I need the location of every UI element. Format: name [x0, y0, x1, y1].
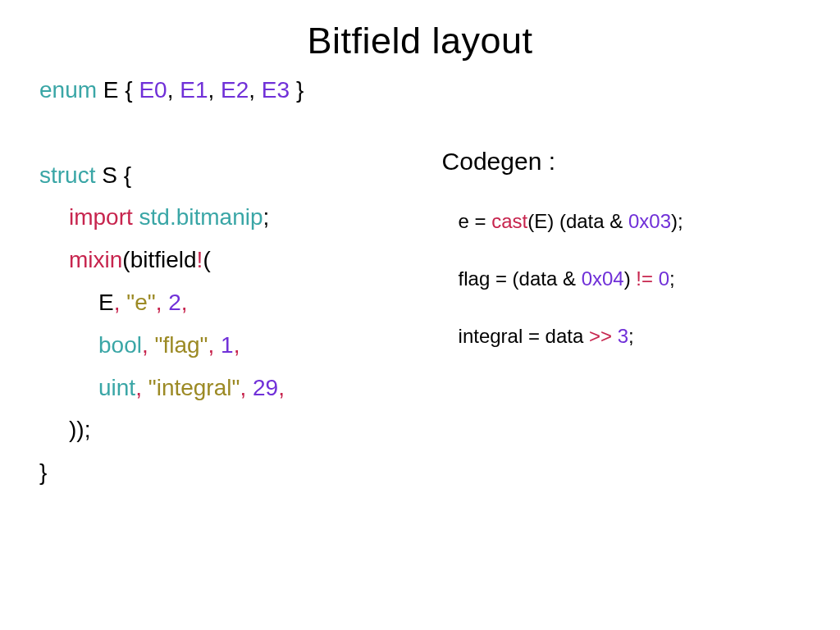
enum-member: E2: [221, 77, 249, 103]
code-left: enum E { E0, E1, E2, E3 } struct S { imp…: [39, 69, 436, 494]
module-name: std.bitmanip: [133, 204, 263, 230]
paren-open: (: [203, 247, 210, 272]
code-line-close-call: ));: [39, 409, 436, 451]
field-name-string: "flag": [148, 332, 208, 358]
brace-close: }: [39, 459, 47, 485]
codegen-code: e = cast(E) (data & 0x03); flag = (data …: [442, 207, 801, 351]
hex-literal: 0x03: [628, 210, 671, 232]
slide-content: enum E { E0, E1, E2, E3 } struct S { imp…: [0, 62, 840, 494]
hex-literal: 0x04: [582, 267, 624, 290]
expr: ): [624, 267, 637, 290]
field-type: uint: [98, 375, 135, 400]
semicolon: ;: [263, 204, 270, 230]
keyword-enum: enum: [39, 77, 97, 103]
operator-shift: >>: [589, 325, 612, 347]
slide-title: Bitfield layout: [0, 0, 840, 62]
operator-ne: !=: [636, 267, 653, 290]
comma: ,: [167, 77, 180, 103]
code-line-close-brace: }: [39, 451, 436, 494]
keyword-cast: cast: [491, 210, 527, 232]
expr-lhs: e =: [459, 210, 492, 232]
number-literal: 3: [612, 325, 628, 347]
codegen-heading: Codegen :: [442, 148, 801, 176]
enum-member: E3: [262, 77, 290, 103]
expr-lhs: integral = data: [459, 325, 589, 347]
code-line-struct: struct S {: [39, 154, 436, 197]
field-type: E: [98, 290, 114, 315]
code-line-mixin: mixin(bitfield!(: [39, 239, 436, 281]
keyword-struct: struct: [39, 162, 95, 188]
code-line-import: import std.bitmanip;: [39, 196, 436, 239]
call-close: ));: [69, 417, 90, 442]
comma: ,: [135, 375, 142, 400]
field-name-string: "e": [120, 290, 155, 315]
codegen-line-integral: integral = data >> 3;: [459, 322, 801, 351]
enum-member: E0: [139, 77, 167, 103]
field-name-string: "integral": [142, 375, 240, 400]
enum-member: E1: [180, 77, 208, 103]
comma: ,: [249, 77, 262, 103]
comma: ,: [234, 332, 240, 358]
code-line-field-flag: bool, "flag", 1,: [39, 324, 436, 367]
code-line-field-integral: uint, "integral", 29,: [39, 367, 436, 409]
field-bits: 29: [246, 375, 278, 400]
code-line-field-e: E, "e", 2,: [39, 281, 436, 324]
comma: ,: [181, 290, 188, 315]
comma: ,: [208, 77, 221, 103]
semicolon: ;: [628, 325, 634, 347]
field-bits: 2: [162, 290, 180, 315]
expr-lhs: flag = (data &: [459, 267, 582, 290]
keyword-mixin: mixin: [69, 247, 122, 272]
struct-name: S {: [95, 162, 131, 188]
codegen-line-flag: flag = (data & 0x04) != 0;: [459, 264, 801, 294]
call-open: (bitfield: [122, 247, 196, 272]
codegen-line-e: e = cast(E) (data & 0x03);: [459, 207, 801, 236]
codegen-column: Codegen : e = cast(E) (data & 0x03); fla…: [436, 69, 801, 494]
keyword-import: import: [69, 204, 133, 230]
number-literal: 0: [653, 267, 669, 290]
brace-close: }: [290, 77, 304, 103]
code-line-enum: enum E { E0, E1, E2, E3 }: [39, 69, 436, 112]
semicolon: ;: [669, 267, 675, 290]
field-bits: 1: [214, 332, 233, 358]
expr-end: );: [671, 210, 683, 232]
comma: ,: [278, 375, 285, 400]
blank-line: [39, 112, 436, 154]
comma: ,: [142, 332, 148, 358]
expr: (E) (data &: [527, 210, 628, 232]
enum-name: E {: [97, 77, 139, 103]
field-type: bool: [98, 332, 142, 358]
